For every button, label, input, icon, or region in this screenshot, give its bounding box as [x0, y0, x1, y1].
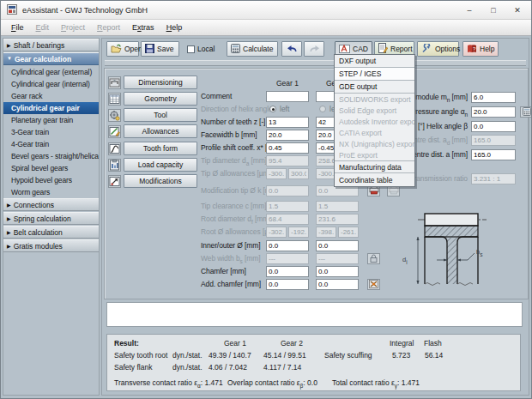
form-row-label: Chamfer [mm]: [201, 267, 246, 275]
gear-icon[interactable]: [369, 280, 378, 290]
close-button[interactable]: ✕: [505, 1, 529, 20]
sidebar-section-label: Gear calculation: [15, 55, 71, 63]
sidebar-item-spiral-bevel-gears[interactable]: Spiral bevel gears: [3, 162, 99, 174]
lock-icon[interactable]: [370, 254, 378, 264]
param-comment-gear1[interactable]: [266, 91, 309, 102]
param-tip-diameter-da-mm--gear1: [266, 155, 309, 166]
maximize-button[interactable]: □: [481, 1, 505, 20]
cad-menu-item-nx-unigraphics-export: NX (Unigraphics) export: [335, 138, 414, 149]
param-add-chamfer-mm--gear2[interactable]: [316, 279, 359, 290]
sidebar-item-gear-rack[interactable]: Gear rack: [3, 90, 99, 102]
save-disk-icon: [145, 44, 154, 55]
nav-row: Load capacity: [108, 158, 197, 172]
dimensioning-icon: [108, 76, 121, 89]
param-helix-angle-[interactable]: [471, 121, 516, 132]
sidebar-item-3-gear-train[interactable]: 3-Gear train: [3, 126, 99, 138]
nav-button-load-capacity[interactable]: Load capacity: [124, 158, 197, 172]
result-footer-2: Total contact ratio εγ: 1.471: [332, 378, 420, 387]
menu-extras[interactable]: Extras: [126, 23, 160, 32]
save-button[interactable]: Save: [141, 41, 179, 57]
undo-button[interactable]: [281, 41, 302, 57]
form-row-label: Root Ø allowances [µm]: [201, 227, 276, 236]
result-qualifier: dyn./stat.: [172, 363, 203, 372]
cad-menu-item-step-iges[interactable]: STEP / IGES: [335, 68, 414, 81]
open-folder-icon: [111, 44, 122, 55]
calculator-icon: [231, 44, 240, 55]
result-extra-label: Safety scuffing: [324, 351, 372, 360]
gear-cross-section-drawing: [413, 209, 517, 294]
sidebar-section-label: Gratis modules: [14, 242, 63, 251]
param-inner-outer-mm--gear1[interactable]: [266, 240, 309, 251]
calculate-button[interactable]: Calculate: [227, 41, 278, 57]
collapse-triangle-icon: ▼: [7, 56, 12, 61]
redo-button[interactable]: [304, 41, 324, 57]
param-profile-shift-coeff-x--gear1[interactable]: [266, 142, 309, 154]
sidebar-item-cylindrical-gear-internal-[interactable]: Cylindrical gear (internal): [3, 78, 99, 90]
radio-label: left: [280, 105, 289, 113]
cad-menu-item-dxf-output[interactable]: DXF output: [335, 55, 414, 68]
sidebar: ▶Shaft / bearings▼Gear calculationCylind…: [3, 38, 100, 396]
result-gear2-value: 45.14 / 99.51: [263, 351, 306, 360]
gear1-column-header: Gear 1: [266, 79, 309, 88]
sidebar-item-bevel-gears-straight-helical[interactable]: Bevel gears - straight/helical: [3, 150, 99, 162]
menu-report: Report: [91, 23, 126, 32]
nav-button-dimensioning[interactable]: Dimensioning: [124, 76, 197, 89]
param-facewidth-b-mm--gear1[interactable]: [266, 130, 309, 141]
sidebar-item-cylindrical-gear-pair[interactable]: Cylindrical gear pair: [3, 102, 99, 114]
help-button[interactable]: ? Help: [462, 41, 499, 57]
calculator-icon[interactable]: [523, 107, 531, 118]
cad-menu-item-coordinate-table[interactable]: Coordinate table: [335, 173, 414, 186]
checkbox-icon[interactable]: [187, 45, 195, 53]
sidebar-item-planetary-gear-train[interactable]: Planetary gear train: [3, 114, 99, 126]
sidebar-item-4-gear-train[interactable]: 4-Gear train: [3, 138, 99, 150]
main-area: Open Save Local Calculate CAD: [101, 38, 529, 396]
form-row-label: Number of teeth z [-]: [201, 118, 265, 126]
sidebar-section-spring-calculation[interactable]: ▶Spring calculation: [3, 212, 99, 225]
param-inner-outer-mm--gear2[interactable]: [316, 240, 359, 251]
minimize-button[interactable]: –: [457, 1, 481, 20]
local-checkbox[interactable]: Local: [187, 41, 215, 57]
param-centre-dist-a-mm-[interactable]: [471, 149, 516, 160]
sidebar-section-connections[interactable]: ▶Connections: [3, 198, 99, 211]
cad-menu-item-gde-output[interactable]: GDE output: [335, 81, 414, 94]
nav-button-modifications[interactable]: Modifications: [124, 174, 197, 188]
sidebar-section-gratis-modules[interactable]: ▶Gratis modules: [3, 239, 99, 252]
tooth-form-icon: [108, 142, 121, 155]
sidebar-section-label: Spring calculation: [14, 215, 71, 223]
sidebar-item-cylindrical-gear-external-[interactable]: Cylindrical gear (external): [3, 66, 99, 78]
sidebar-section-belt-calculation[interactable]: ▶Belt calculation: [3, 226, 99, 239]
nav-button-tooth-form[interactable]: Tooth form: [124, 142, 197, 155]
param-tip-clearance-c-mm--gear2: [316, 201, 359, 212]
param-transmission-ratio-: [471, 173, 516, 184]
nav-button-allowances[interactable]: Allowances: [124, 124, 197, 138]
results-integral-header: Integral: [390, 339, 414, 348]
param-normal-module-mn-mm-[interactable]: [471, 92, 516, 103]
param-pressure-angle-n-[interactable]: [471, 106, 516, 118]
cad-menu-item-manufacturing-data[interactable]: Manufacturing data: [335, 160, 414, 173]
open-button[interactable]: Open: [106, 41, 139, 57]
param-add-chamfer-mm--gear1[interactable]: [266, 279, 309, 290]
param-desired-centre-dist-ad-mm-: [471, 135, 516, 146]
gear-button[interactable]: [367, 279, 380, 290]
form-row-label: Profile shift coeff. x* [-]: [201, 143, 271, 152]
param-chamfer-mm--gear1[interactable]: [266, 266, 309, 277]
param-number-of-teeth-z--gear1[interactable]: [266, 117, 309, 128]
redo-icon: [309, 45, 320, 54]
options-button[interactable]: Options: [417, 41, 459, 57]
param-chamfer-mm--gear2[interactable]: [316, 266, 359, 277]
help-book-icon: ?: [467, 44, 477, 55]
menu-file[interactable]: File: [5, 23, 30, 32]
sidebar-section-shaft-bearings[interactable]: ▶Shaft / bearings: [3, 39, 99, 51]
sidebar-item-worm-gears[interactable]: Worm gears: [3, 186, 99, 198]
open-button-label: Open: [124, 45, 142, 53]
load-capacity-icon: [108, 159, 121, 172]
lock-button[interactable]: [367, 253, 380, 264]
message-area[interactable]: [106, 302, 523, 327]
sidebar-section-gear-calculation[interactable]: ▼Gear calculation: [3, 52, 99, 65]
calculator-button[interactable]: [520, 106, 532, 118]
nav-button-tool[interactable]: Tool: [124, 108, 197, 122]
menu-help[interactable]: Help: [160, 23, 189, 32]
nav-button-geometry[interactable]: Geometry: [124, 92, 197, 106]
helix-direction-radio-gear1[interactable]: [269, 106, 276, 112]
sidebar-item-hypoid-bevel-gears[interactable]: Hypoid bevel gears: [3, 174, 99, 186]
